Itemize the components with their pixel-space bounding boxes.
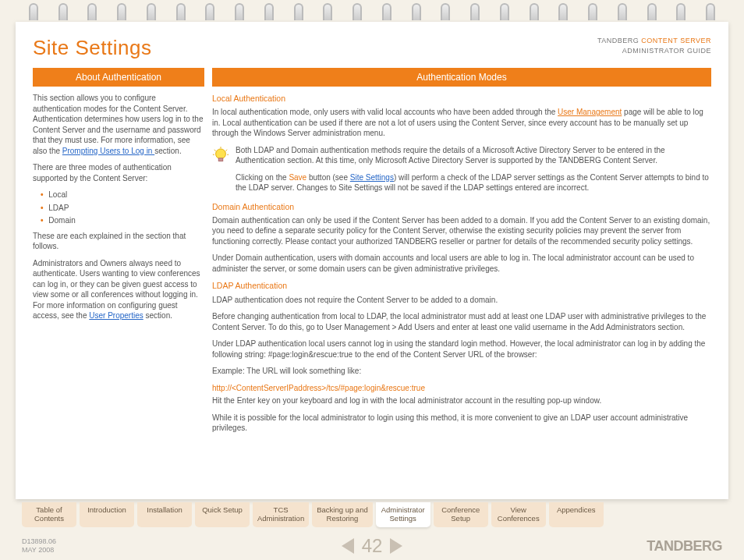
ldap-url-example: http://<ContentServerIPaddress>/tcs/#pag…: [212, 383, 711, 394]
brand-logo: TANDBERG: [647, 538, 722, 555]
bottom-tab-strip: Table of ContentsIntroductionInstallatio…: [22, 502, 722, 527]
page-number: 42: [362, 535, 383, 557]
left-column-body: This section allows you to configure aut…: [33, 93, 204, 321]
right-column-heading: Authentication Modes: [212, 68, 711, 87]
page-header: Site Settings TANDBERG CONTENT SERVER AD…: [33, 36, 711, 60]
prompting-users-link[interactable]: Prompting Users to Log in: [62, 147, 154, 155]
next-page-button[interactable]: [390, 538, 402, 554]
ldap-auth-heading: LDAP Authentication: [212, 280, 711, 291]
svg-line-3: [214, 150, 216, 151]
page-footer: D13898.06 MAY 2008 42 TANDBERG: [22, 537, 722, 555]
page-title: Site Settings: [33, 36, 151, 60]
list-item: Domain: [41, 215, 204, 226]
save-word: Save: [289, 173, 306, 182]
doc-identity: TANDBERG CONTENT SERVER ADMINISTRATOR GU…: [597, 36, 711, 55]
doc-code: D13898.06: [22, 537, 56, 547]
user-properties-link[interactable]: User Properties: [89, 311, 143, 320]
note-block: Both LDAP and Domain authentication meth…: [212, 145, 711, 193]
tab-5[interactable]: Backing up and Restoring: [312, 502, 373, 527]
site-settings-link[interactable]: Site Settings: [350, 173, 394, 182]
auth-modes-list: Local LDAP Domain: [41, 190, 204, 226]
doc-date: MAY 2008: [22, 546, 56, 555]
prev-page-button[interactable]: [342, 538, 354, 554]
tab-1[interactable]: Introduction: [80, 502, 134, 527]
user-management-link[interactable]: User Management: [558, 108, 622, 116]
svg-line-4: [225, 150, 227, 151]
domain-auth-heading: Domain Authentication: [212, 201, 711, 212]
note-text: Both LDAP and Domain authentication meth…: [236, 145, 711, 193]
tab-4[interactable]: TCS Administration: [253, 502, 309, 527]
list-item: LDAP: [41, 203, 204, 214]
tab-6[interactable]: Administrator Settings: [376, 502, 430, 527]
footer-doc-info: D13898.06 MAY 2008: [22, 537, 56, 555]
list-item: Local: [41, 190, 204, 200]
brand-suffix: CONTENT SERVER: [641, 37, 711, 44]
doc-subtitle: ADMINISTRATOR GUIDE: [597, 46, 711, 56]
tab-7[interactable]: Conference Setup: [434, 502, 488, 527]
tab-8[interactable]: View Conferences: [491, 502, 546, 527]
tab-9[interactable]: Appendices: [549, 502, 604, 527]
content-columns: About Authentication This section allows…: [33, 68, 711, 490]
brand-prefix: TANDBERG: [597, 37, 641, 44]
page-nav: 42: [22, 535, 722, 557]
svg-rect-1: [218, 158, 223, 161]
tab-0[interactable]: Table of Contents: [22, 502, 76, 527]
right-column-body: Local Authentication In local authentica…: [212, 93, 711, 434]
left-column-heading: About Authentication: [33, 68, 204, 87]
page-card: Site Settings TANDBERG CONTENT SERVER AD…: [16, 22, 728, 499]
tab-2[interactable]: Installation: [137, 502, 192, 527]
lightbulb-icon: [212, 147, 229, 167]
local-auth-heading: Local Authentication: [212, 93, 711, 104]
right-column: Authentication Modes Local Authenticatio…: [212, 68, 711, 490]
left-column: About Authentication This section allows…: [33, 68, 204, 490]
svg-point-0: [216, 149, 226, 159]
tab-3[interactable]: Quick Setup: [195, 502, 250, 527]
